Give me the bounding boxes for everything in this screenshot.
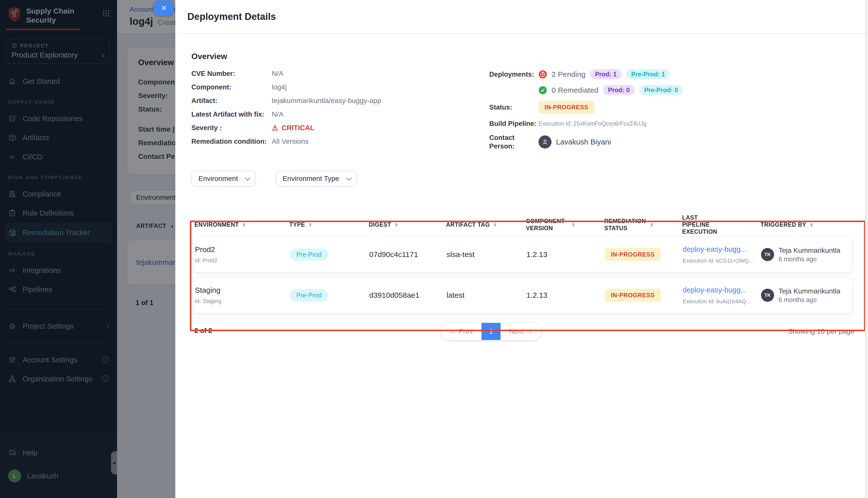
sort-icon[interactable]: ▲▼: [308, 222, 312, 227]
chevron-down-icon: [245, 175, 251, 181]
column-header-type[interactable]: TYPE ▲▼: [289, 221, 369, 228]
field-value: tejakummarikuntla/easy-buggy-app: [272, 97, 381, 105]
drawer-header: Deployment Details: [175, 0, 868, 34]
chevron-down-icon: [346, 175, 352, 181]
column-label: LAST PIPELINE EXECUTION: [682, 214, 724, 235]
cell-pipeline: deploy-easy-bugg... Execution Id: 6uAq1b…: [683, 286, 761, 305]
status-badge: IN-PROGRESS: [538, 101, 595, 114]
column-header-last-pipeline-execution[interactable]: LAST PIPELINE EXECUTION: [682, 214, 761, 235]
triggered-by-time: 6 months ago: [778, 296, 840, 303]
column-label: TRIGGERED BY: [761, 221, 806, 228]
execution-id: Execution Id: kCG11×2WQ...: [683, 258, 761, 264]
table-row[interactable]: Staging Id: Staging Pre-Prod d3910d058ae…: [193, 277, 852, 313]
triggered-by-name: Teja Kummarikuntla: [778, 287, 840, 295]
contact-name: Lavakush Biyani: [556, 138, 611, 146]
build-pipeline-row: Build Pipeline: Execution Id: 25xKomFoQc…: [489, 119, 854, 128]
field-label: Artifact:: [191, 97, 272, 105]
preprod-badge: Pre-Prod: 1: [626, 69, 670, 79]
column-header-remediation-status[interactable]: REMEDIATION STATUS ▲▼: [604, 218, 682, 232]
column-header-component-version[interactable]: COMPONENT VERSION ▲▼: [526, 218, 604, 232]
sort-icon[interactable]: ▲▼: [650, 222, 654, 227]
column-header-environment[interactable]: ENVIRONMENT ▲▼: [195, 221, 289, 228]
deployments-remediated-row: 0 Remediated Prod: 0 Pre-Prod: 0: [489, 85, 854, 95]
sort-icon[interactable]: ▲▼: [242, 222, 246, 227]
column-label: COMPONENT VERSION: [526, 218, 568, 232]
cell-component-version: 1.2.13: [526, 291, 605, 300]
execution-id: Execution Id: 6uAq1b4AQ...: [683, 298, 761, 305]
table-row[interactable]: Prod2 Id: Prod2 Pre-Prod 07d90c4c1171 sl…: [193, 236, 852, 273]
cell-triggered-by: TK Teja Kummarikuntla 6 months ago: [761, 247, 852, 263]
field-label: Status:: [489, 103, 538, 112]
field-label: Build Pipeline:: [489, 119, 538, 128]
deployments-pending-row: Deployments: 2 Pending Prod: 1: [489, 69, 854, 79]
field-row-severity: Severity : ⚠ CRITICAL: [191, 123, 489, 132]
sort-icon[interactable]: ▲▼: [810, 222, 813, 227]
field-label: Remediation condition:: [191, 138, 272, 145]
pagination-controls: ← Prev 1 Next →: [441, 323, 541, 340]
triggered-by-time: 6 months ago: [778, 255, 840, 263]
preprod-type-badge: Pre-Prod: [290, 289, 328, 302]
field-value: All Versions: [272, 137, 308, 145]
drawer-title: Deployment Details: [187, 11, 276, 22]
field-row: Remediation condition: All Versions: [191, 137, 489, 146]
field-label: Contact Person:: [489, 133, 538, 150]
cell-pipeline: deploy-easy-bugg... Execution Id: kCG11×…: [683, 245, 761, 264]
pagination: 2 of 2 ← Prev 1 Next → Showing 10 per pa…: [191, 323, 854, 343]
column-label: REMEDIATION STATUS: [604, 218, 646, 232]
column-header-digest[interactable]: DIGEST ▲▼: [369, 221, 446, 228]
table-filters: Environment Environment Type: [191, 171, 854, 187]
sort-icon[interactable]: ▲▼: [395, 222, 398, 227]
prod-badge: Prod: 1: [590, 69, 622, 79]
warning-icon: ⚠: [272, 124, 278, 132]
environment-type-filter[interactable]: Environment Type: [276, 171, 357, 187]
pending-icon: [538, 70, 547, 79]
cell-type: Pre-Prod: [290, 289, 369, 302]
user-avatar: TK: [761, 289, 774, 302]
pipeline-link[interactable]: deploy-easy-bugg...: [683, 245, 761, 253]
cell-artifact-tag: latest: [446, 291, 526, 300]
filter-label: Environment Type: [282, 175, 339, 183]
contact-person-row: Contact Person: Lavakush Biyani: [489, 133, 854, 150]
cell-digest: 07d90c4c1171: [369, 250, 446, 259]
filter-label: Environment: [198, 175, 238, 183]
pagination-count: 2 of 2: [195, 327, 212, 335]
preprod-badge: Pre-Prod: 0: [639, 85, 683, 95]
cell-triggered-by: TK Teja Kummarikuntla 6 months ago: [761, 287, 852, 303]
status-badge: IN-PROGRESS: [605, 248, 661, 261]
sort-icon[interactable]: ▲▼: [493, 222, 497, 227]
remediated-count: 0 Remediated: [551, 86, 599, 94]
pipeline-link[interactable]: deploy-easy-bugg...: [683, 286, 761, 294]
field-row: Component: log4j: [191, 83, 489, 92]
cell-artifact-tag: slsa-test: [446, 250, 526, 259]
execution-id: Execution Id: 25xKomFoQces6rFcxZ4UJg: [538, 120, 646, 127]
app-root: Supply Chain Security PROJECT: [0, 0, 868, 498]
overview-status-fields: Deployments: 2 Pending Prod: 1: [489, 69, 854, 150]
column-label: ARTIFACT TAG: [446, 221, 490, 228]
environment-filter[interactable]: Environment: [191, 171, 256, 187]
cell-component-version: 1.2.13: [526, 250, 605, 259]
column-label: DIGEST: [369, 221, 391, 228]
current-page-button[interactable]: 1: [481, 323, 500, 340]
cell-digest: d3910d058ae1: [369, 291, 446, 300]
per-page-label: Showing 10 per page: [788, 327, 854, 336]
prev-page-button[interactable]: ← Prev: [441, 323, 481, 340]
next-page-button[interactable]: Next →: [500, 323, 541, 340]
column-label: TYPE: [289, 221, 305, 228]
overview-heading: Overview: [191, 52, 854, 61]
column-header-artifact-tag[interactable]: ARTIFACT TAG ▲▼: [446, 221, 526, 228]
prod-badge: Prod: 0: [603, 85, 635, 95]
user-avatar: TK: [761, 248, 774, 261]
overview-fields: CVE Number: N/A Component: log4j Artifac…: [191, 69, 489, 146]
field-value: N/A: [272, 110, 283, 118]
field-label: CVE Number:: [191, 70, 272, 78]
preprod-type-badge: Pre-Prod: [290, 249, 328, 261]
close-button[interactable]: ×: [154, 0, 173, 16]
cell-remediation-status: IN-PROGRESS: [605, 289, 683, 302]
deployments-table: ENVIRONMENT ▲▼ TYPE ▲▼ DIGEST ▲▼ ARTIFAC…: [191, 213, 854, 318]
person-avatar-icon: [538, 135, 551, 148]
status-row: Status: IN-PROGRESS: [489, 101, 854, 114]
scrollbar[interactable]: [865, 0, 868, 498]
sort-icon[interactable]: ▲▼: [572, 222, 575, 227]
column-header-triggered-by[interactable]: TRIGGERED BY ▲▼: [761, 221, 854, 228]
cell-type: Pre-Prod: [290, 249, 369, 261]
